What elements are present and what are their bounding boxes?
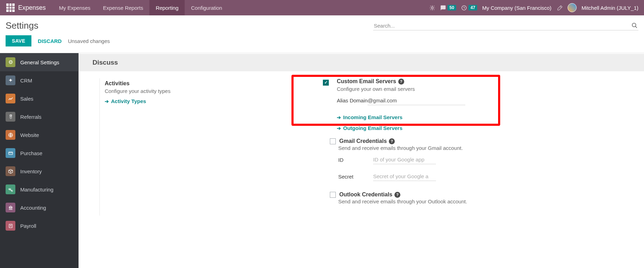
messages-badge: 50 (447, 5, 456, 10)
sidebar-item-label: Payroll (20, 223, 36, 229)
gmail-credentials-checkbox[interactable] (330, 138, 336, 144)
payroll-icon (6, 221, 15, 231)
sidebar-item-sales[interactable]: Sales (0, 89, 79, 108)
main-area: ⚙ General Settings ✦ CRM Sales 🎖 Referra… (0, 53, 644, 268)
search-icon[interactable] (631, 22, 638, 29)
activities-indicator[interactable]: 47 (461, 5, 477, 11)
app-brand[interactable]: Expenses (18, 4, 46, 12)
sidebar-item-crm[interactable]: ✦ CRM (0, 71, 79, 89)
outgoing-email-servers-link[interactable]: ➔ Outgoing Email Servers (337, 125, 644, 131)
search-bar[interactable] (373, 21, 638, 30)
card-icon (6, 148, 15, 158)
outlook-credentials-checkbox[interactable] (330, 192, 336, 198)
sidebar-item-purchase[interactable]: Purchase (0, 144, 79, 162)
nav-reporting[interactable]: Reporting (149, 0, 185, 15)
user-menu[interactable]: Mitchell Admin (JULY_1) (582, 5, 638, 11)
search-input[interactable] (374, 23, 631, 29)
incoming-email-servers-link[interactable]: ➔ Incoming Email Servers (337, 114, 644, 120)
sidebar-item-manufacturing[interactable]: Manufacturing (0, 180, 79, 198)
sidebar-item-label: General Settings (20, 59, 59, 65)
outlook-credentials-block: Outlook Credentials ? Send and receive e… (323, 191, 644, 209)
sidebar-item-label: Website (20, 132, 39, 138)
outlook-credentials-desc: Send and receive emails through your Out… (338, 198, 644, 204)
help-icon[interactable]: ? (394, 192, 400, 198)
box-icon (6, 166, 15, 176)
activity-types-link[interactable]: ➔ Activity Types (105, 98, 309, 104)
activities-desc: Configure your activity types (105, 88, 309, 94)
top-nav: My Expenses Expense Reports Reporting Co… (53, 0, 228, 15)
activities-badge: 47 (468, 5, 477, 10)
topbar-right: 50 47 My Company (San Francisco) Mitchel… (429, 3, 641, 12)
sidebar-item-label: CRM (20, 78, 32, 84)
left-column: Activities Configure your activity types… (99, 78, 309, 216)
save-button[interactable]: SAVE (6, 35, 31, 46)
gmail-secret-label: Secret (338, 174, 373, 180)
sidebar-item-label: Sales (20, 96, 34, 102)
custom-email-servers-title: Custom Email Servers ? (337, 78, 644, 85)
sidebar-item-accounting[interactable]: Accounting (0, 198, 79, 217)
custom-email-servers-block: Custom Email Servers ? Configure your ow… (323, 78, 644, 131)
gmail-id-input[interactable] (373, 155, 436, 164)
chart-icon (6, 94, 15, 103)
right-column: Custom Email Servers ? Configure your ow… (309, 78, 644, 216)
bank-icon (6, 203, 15, 212)
gear-icon: ⚙ (6, 57, 15, 67)
sidebar-item-label: Accounting (20, 205, 46, 211)
sidebar-item-label: Purchase (20, 150, 42, 156)
discard-button[interactable]: DISCARD (38, 38, 61, 44)
sidebar-item-general-settings[interactable]: ⚙ General Settings (0, 53, 79, 71)
unsaved-indicator: Unsaved changes (68, 38, 110, 44)
nav-configuration[interactable]: Configuration (185, 0, 228, 15)
custom-email-servers-checkbox[interactable] (323, 80, 329, 86)
arrow-right-icon: ➔ (105, 99, 109, 104)
help-icon[interactable]: ? (389, 138, 395, 144)
custom-email-servers-desc: Configure your own email servers (337, 86, 644, 92)
messages-indicator[interactable]: 50 (440, 5, 456, 11)
outlook-credentials-title: Outlook Credentials ? (339, 191, 400, 198)
tools-icon[interactable] (556, 5, 563, 11)
help-icon[interactable]: ? (398, 79, 404, 85)
avatar[interactable] (568, 3, 577, 12)
sidebar-item-label: Manufacturing (20, 187, 53, 193)
arrow-right-icon: ➔ (337, 115, 341, 120)
gmail-id-label: ID (338, 157, 373, 163)
sidebar-item-payroll[interactable]: Payroll (0, 217, 79, 235)
sidebar-item-label: Inventory (20, 168, 42, 174)
sidebar-item-website[interactable]: Website (0, 126, 79, 144)
section-discuss-header: Discuss (79, 54, 644, 71)
globe-icon (6, 130, 15, 140)
wrench-icon (6, 184, 15, 194)
gmail-credentials-title: Gmail Credentials ? (339, 138, 395, 144)
apps-menu-icon[interactable] (6, 3, 15, 12)
nav-expense-reports[interactable]: Expense Reports (97, 0, 149, 15)
svg-point-0 (431, 7, 433, 9)
sidebar-item-inventory[interactable]: Inventory (0, 162, 79, 180)
settings-sidebar: ⚙ General Settings ✦ CRM Sales 🎖 Referra… (0, 53, 79, 268)
gmail-credentials-block: Gmail Credentials ? Send and receive ema… (323, 138, 644, 184)
alias-domain-input[interactable] (368, 96, 465, 105)
medal-icon: 🎖 (6, 112, 15, 122)
gmail-secret-input[interactable] (373, 172, 436, 181)
activities-title: Activities (105, 80, 309, 87)
alias-domain-label: Alias Domain (337, 97, 368, 103)
sidebar-item-label: Referrals (20, 114, 42, 120)
activities-block: Activities Configure your activity types… (105, 78, 309, 108)
header-row: Settings (0, 15, 644, 33)
page-title: Settings (6, 20, 38, 31)
topbar: Expenses My Expenses Expense Reports Rep… (0, 0, 644, 15)
arrow-right-icon: ➔ (337, 125, 341, 131)
section-discuss-body: Activities Configure your activity types… (79, 71, 644, 230)
company-selector[interactable]: My Company (San Francisco) (482, 5, 551, 11)
bug-icon[interactable] (429, 5, 435, 11)
sidebar-item-referrals[interactable]: 🎖 Referrals (0, 108, 79, 126)
svg-rect-4 (8, 152, 12, 154)
svg-point-2 (632, 23, 636, 27)
action-row: SAVE DISCARD Unsaved changes (0, 33, 644, 53)
gmail-credentials-desc: Send and receive emails through your Gma… (338, 145, 644, 151)
crm-icon: ✦ (6, 75, 15, 85)
nav-my-expenses[interactable]: My Expenses (53, 0, 97, 15)
settings-content: Discuss Activities Configure your activi… (79, 53, 644, 268)
